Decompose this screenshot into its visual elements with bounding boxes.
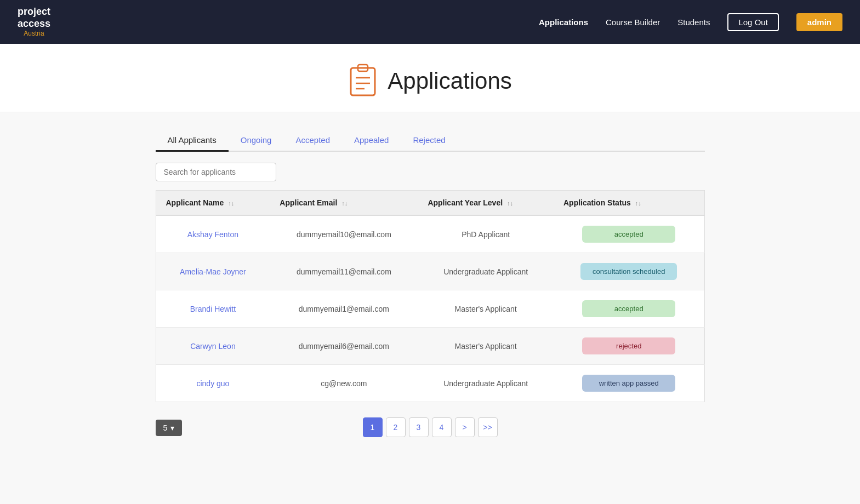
- applicant-name-link[interactable]: Amelia-Mae Joyner: [180, 267, 246, 276]
- applicant-year-cell: PhD Applicant: [418, 215, 554, 253]
- nav-students[interactable]: Students: [677, 18, 710, 27]
- page-button-2[interactable]: 2: [386, 417, 406, 437]
- applicant-name-cell: Akshay Fenton: [156, 215, 270, 253]
- applicant-email-cell: dummyemail10@email.com: [270, 215, 418, 253]
- logout-button[interactable]: Log Out: [727, 13, 778, 31]
- table-row: Akshay Fentondummyemail10@email.comPhD A…: [156, 215, 704, 253]
- per-page-value: 5: [163, 423, 168, 432]
- applicant-name-link[interactable]: cindy guo: [196, 379, 229, 388]
- navbar: project access Austria Applications Cour…: [0, 0, 860, 44]
- applicant-year-cell: Undergraduate Applicant: [418, 365, 554, 402]
- page-button-1[interactable]: 1: [363, 417, 383, 437]
- status-badge: written app passed: [582, 375, 675, 392]
- page-next-button[interactable]: >: [455, 417, 475, 437]
- page-button-4[interactable]: 4: [432, 417, 452, 437]
- status-badge: accepted: [582, 226, 675, 243]
- brand-sub: Austria: [24, 30, 44, 37]
- brand-line1: project: [18, 6, 50, 18]
- applicant-status-cell: consultation scheduled: [554, 253, 704, 290]
- col-name[interactable]: Applicant Name ↑↓: [156, 191, 270, 216]
- applicant-name-link[interactable]: Akshay Fenton: [187, 230, 238, 239]
- search-input[interactable]: [156, 163, 276, 181]
- applicant-email-cell: dummyemail1@email.com: [270, 290, 418, 328]
- pagination-container: 5 ▾ 1234>>>: [156, 402, 705, 437]
- applicant-status-cell: accepted: [554, 215, 704, 253]
- applicant-email-cell: cg@new.com: [270, 365, 418, 402]
- applicant-email-cell: dummyemail6@email.com: [270, 328, 418, 365]
- tab-rejected[interactable]: Rejected: [401, 130, 457, 151]
- tab-all-applicants[interactable]: All Applicants: [156, 130, 229, 152]
- admin-button[interactable]: admin: [796, 13, 842, 31]
- col-year-level[interactable]: Applicant Year Level ↑↓: [418, 191, 554, 216]
- applicant-name-cell: cindy guo: [156, 365, 270, 402]
- applicant-status-cell: accepted: [554, 290, 704, 328]
- sort-year-icon: ↑↓: [507, 200, 513, 207]
- applicant-name-cell: Amelia-Mae Joyner: [156, 253, 270, 290]
- status-badge: accepted: [582, 300, 675, 317]
- table-header-row: Applicant Name ↑↓ Applicant Email ↑↓ App…: [156, 191, 704, 216]
- per-page-button[interactable]: 5 ▾: [156, 420, 183, 436]
- table-row: Carwyn Leondummyemail6@email.comMaster's…: [156, 328, 704, 365]
- applicants-table: Applicant Name ↑↓ Applicant Email ↑↓ App…: [156, 190, 705, 402]
- page-last-button[interactable]: >>: [478, 417, 498, 437]
- brand-line2: access: [18, 18, 50, 30]
- page-title: Applications: [388, 68, 511, 94]
- navbar-links: Applications Course Builder Students Log…: [539, 13, 842, 31]
- sort-status-icon: ↑↓: [635, 200, 641, 207]
- pagination-row: 1234>>>: [363, 417, 498, 437]
- page-button-3[interactable]: 3: [409, 417, 429, 437]
- col-email[interactable]: Applicant Email ↑↓: [270, 191, 418, 216]
- applicant-email-cell: dummyemail11@email.com: [270, 253, 418, 290]
- applicant-year-cell: Undergraduate Applicant: [418, 253, 554, 290]
- applicant-name-cell: Carwyn Leon: [156, 328, 270, 365]
- page-header: Applications: [0, 44, 860, 112]
- svg-rect-0: [351, 68, 375, 95]
- applicant-status-cell: written app passed: [554, 365, 704, 402]
- nav-course-builder[interactable]: Course Builder: [606, 18, 660, 27]
- applicant-name-link[interactable]: Carwyn Leon: [190, 342, 236, 351]
- tab-accepted[interactable]: Accepted: [283, 130, 342, 151]
- clipboard-icon: [348, 64, 378, 99]
- tab-appealed[interactable]: Appealed: [342, 130, 401, 151]
- applicant-status-cell: rejected: [554, 328, 704, 365]
- applicant-year-cell: Master's Applicant: [418, 328, 554, 365]
- sort-name-icon: ↑↓: [228, 200, 234, 207]
- tab-ongoing[interactable]: Ongoing: [229, 130, 284, 151]
- table-row: Amelia-Mae Joynerdummyemail11@email.comU…: [156, 253, 704, 290]
- applicant-year-cell: Master's Applicant: [418, 290, 554, 328]
- per-page-arrow: ▾: [170, 423, 174, 432]
- applicant-name-cell: Brandi Hewitt: [156, 290, 270, 328]
- status-badge: rejected: [582, 337, 675, 354]
- applicant-name-link[interactable]: Brandi Hewitt: [190, 305, 236, 313]
- table-row: cindy guocg@new.comUndergraduate Applica…: [156, 365, 704, 402]
- sort-email-icon: ↑↓: [341, 200, 348, 207]
- status-badge: consultation scheduled: [580, 263, 677, 280]
- tabs: All Applicants Ongoing Accepted Appealed…: [156, 130, 705, 152]
- col-status[interactable]: Application Status ↑↓: [554, 191, 704, 216]
- table-row: Brandi Hewittdummyemail1@email.comMaster…: [156, 290, 704, 328]
- main-content: All Applicants Ongoing Accepted Appealed…: [143, 112, 718, 455]
- brand-logo: project access Austria: [18, 6, 50, 38]
- nav-applications[interactable]: Applications: [539, 18, 588, 27]
